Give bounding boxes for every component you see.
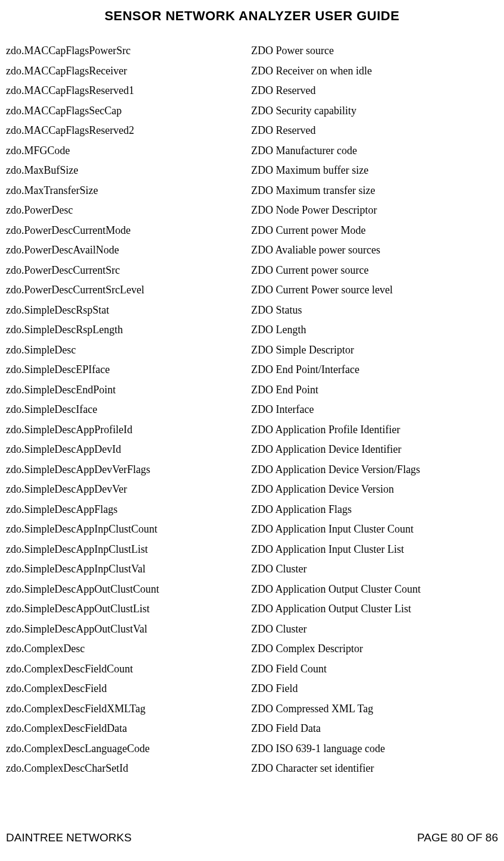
table-row: zdo.MACCapFlagsReserved2ZDO Reserved [6, 125, 498, 136]
field-key: zdo.SimpleDescAppInpClustCount [6, 524, 251, 534]
table-row: zdo.ComplexDescFieldZDO Field [6, 683, 498, 694]
field-description: ZDO Field Count [251, 663, 498, 674]
field-description: ZDO End Point/Interface [251, 364, 498, 375]
field-description: ZDO Application Device Identifier [251, 444, 498, 455]
table-row: zdo.PowerDescCurrentSrcLevelZDO Current … [6, 284, 498, 295]
field-key: zdo.SimpleDescAppProfileId [6, 424, 251, 435]
field-key: zdo.MACCapFlagsReserved1 [6, 85, 251, 96]
table-row: zdo.SimpleDescAppDevVerZDO Application D… [6, 484, 498, 494]
table-row: zdo.PowerDescCurrentModeZDO Current powe… [6, 225, 498, 236]
field-table: zdo.MACCapFlagsPowerSrcZDO Power sourcez… [6, 45, 498, 774]
field-description: ZDO Status [251, 305, 498, 315]
table-row: zdo.SimpleDescAppOutClustCountZDO Applic… [6, 584, 498, 594]
field-description: ZDO Maximum buffer size [251, 165, 498, 176]
field-key: zdo.MFGCode [6, 145, 251, 156]
field-key: zdo.ComplexDescFieldXMLTag [6, 703, 251, 714]
field-key: zdo.SimpleDescAppDevVer [6, 484, 251, 494]
table-row: zdo.SimpleDescAppDevIdZDO Application De… [6, 444, 498, 455]
field-key: zdo.SimpleDescAppFlags [6, 504, 251, 515]
field-key: zdo.ComplexDescFieldCount [6, 663, 251, 674]
table-row: zdo.SimpleDescAppDevVerFlagsZDO Applicat… [6, 464, 498, 475]
table-row: zdo.SimpleDescAppFlagsZDO Application Fl… [6, 504, 498, 515]
field-description: ZDO Power source [251, 45, 498, 56]
table-row: zdo.ComplexDescLanguageCodeZDO ISO 639-1… [6, 743, 498, 754]
footer-company: DAINTREE NETWORKS [6, 831, 132, 844]
table-row: zdo.SimpleDescAppInpClustValZDO Cluster [6, 563, 498, 574]
table-row: zdo.MaxTransferSizeZDO Maximum transfer … [6, 185, 498, 196]
table-row: zdo.MaxBufSizeZDO Maximum buffer size [6, 165, 498, 176]
table-row: zdo.SimpleDescAppOutClustValZDO Cluster [6, 624, 498, 634]
table-row: zdo.PowerDescCurrentSrcZDO Current power… [6, 265, 498, 275]
field-description: ZDO Application Input Cluster List [251, 544, 498, 555]
field-description: ZDO Character set identifier [251, 763, 498, 774]
field-key: zdo.MACCapFlagsReceiver [6, 65, 251, 76]
field-description: ZDO Compressed XML Tag [251, 703, 498, 714]
document-page: SENSOR NETWORK ANALYZER USER GUIDE zdo.M… [0, 0, 504, 861]
field-description: ZDO Application Flags [251, 504, 498, 515]
table-row: zdo.PowerDescAvailNodeZDO Avaliable powe… [6, 245, 498, 255]
field-description: ZDO Application Input Cluster Count [251, 524, 498, 534]
field-key: zdo.ComplexDescFieldData [6, 723, 251, 734]
table-row: zdo.SimpleDescZDO Simple Descriptor [6, 345, 498, 355]
field-description: ZDO Simple Descriptor [251, 345, 498, 355]
field-key: zdo.SimpleDescRspLength [6, 324, 251, 335]
page-title: SENSOR NETWORK ANALYZER USER GUIDE [6, 8, 498, 24]
table-row: zdo.SimpleDescAppOutClustListZDO Applica… [6, 603, 498, 614]
field-key: zdo.PowerDescAvailNode [6, 245, 251, 255]
table-row: zdo.SimpleDescIfaceZDO Interface [6, 404, 498, 415]
field-description: ZDO Receiver on when idle [251, 65, 498, 76]
field-description: ZDO Current power Mode [251, 225, 498, 236]
field-description: ZDO Reserved [251, 85, 498, 96]
field-description: ZDO Manufacturer code [251, 145, 498, 156]
table-row: zdo.MFGCodeZDO Manufacturer code [6, 145, 498, 156]
table-row: zdo.ComplexDescZDO Complex Descriptor [6, 643, 498, 654]
field-description: ZDO End Point [251, 384, 498, 395]
field-key: zdo.ComplexDescField [6, 683, 251, 694]
field-key: zdo.SimpleDescAppOutClustList [6, 603, 251, 614]
page-footer: DAINTREE NETWORKS PAGE 80 OF 86 [6, 831, 498, 844]
field-key: zdo.SimpleDescAppDevVerFlags [6, 464, 251, 475]
field-key: zdo.SimpleDescAppInpClustList [6, 544, 251, 555]
field-key: zdo.PowerDescCurrentSrcLevel [6, 284, 251, 295]
field-key: zdo.SimpleDesc [6, 345, 251, 355]
field-description: ZDO Maximum transfer size [251, 185, 498, 196]
field-key: zdo.MACCapFlagsReserved2 [6, 125, 251, 136]
field-description: ZDO ISO 639-1 language code [251, 743, 498, 754]
table-row: zdo.SimpleDescAppInpClustListZDO Applica… [6, 544, 498, 555]
field-description: ZDO Complex Descriptor [251, 643, 498, 654]
field-description: ZDO Current Power source level [251, 284, 498, 295]
field-key: zdo.SimpleDescIface [6, 404, 251, 415]
field-description: ZDO Cluster [251, 563, 498, 574]
field-description: ZDO Field Data [251, 723, 498, 734]
field-description: ZDO Field [251, 683, 498, 694]
field-key: zdo.MaxTransferSize [6, 185, 251, 196]
field-key: zdo.ComplexDesc [6, 643, 251, 654]
field-key: zdo.SimpleDescAppInpClustVal [6, 563, 251, 574]
field-description: ZDO Application Output Cluster List [251, 603, 498, 614]
table-row: zdo.MACCapFlagsReserved1ZDO Reserved [6, 85, 498, 96]
field-description: ZDO Cluster [251, 624, 498, 634]
field-key: zdo.SimpleDescAppDevId [6, 444, 251, 455]
field-description: ZDO Application Device Version/Flags [251, 464, 498, 475]
field-description: ZDO Application Device Version [251, 484, 498, 494]
table-row: zdo.ComplexDescFieldDataZDO Field Data [6, 723, 498, 734]
field-description: ZDO Length [251, 324, 498, 335]
field-key: zdo.ComplexDescLanguageCode [6, 743, 251, 754]
field-description: ZDO Security capability [251, 105, 498, 116]
field-description: ZDO Application Profile Identifier [251, 424, 498, 435]
field-key: zdo.MaxBufSize [6, 165, 251, 176]
field-key: zdo.SimpleDescRspStat [6, 305, 251, 315]
table-row: zdo.SimpleDescAppInpClustCountZDO Applic… [6, 524, 498, 534]
field-description: ZDO Avaliable power sources [251, 245, 498, 255]
field-key: zdo.ComplexDescCharSetId [6, 763, 251, 774]
field-description: ZDO Reserved [251, 125, 498, 136]
field-description: ZDO Current power source [251, 265, 498, 275]
footer-page-number: PAGE 80 OF 86 [417, 831, 498, 844]
field-key: zdo.PowerDesc [6, 205, 251, 215]
table-row: zdo.SimpleDescRspStatZDO Status [6, 305, 498, 315]
field-key: zdo.SimpleDescEPIface [6, 364, 251, 375]
field-key: zdo.MACCapFlagsPowerSrc [6, 45, 251, 56]
field-key: zdo.SimpleDescAppOutClustCount [6, 584, 251, 594]
table-row: zdo.ComplexDescCharSetIdZDO Character se… [6, 763, 498, 774]
field-key: zdo.SimpleDescEndPoint [6, 384, 251, 395]
